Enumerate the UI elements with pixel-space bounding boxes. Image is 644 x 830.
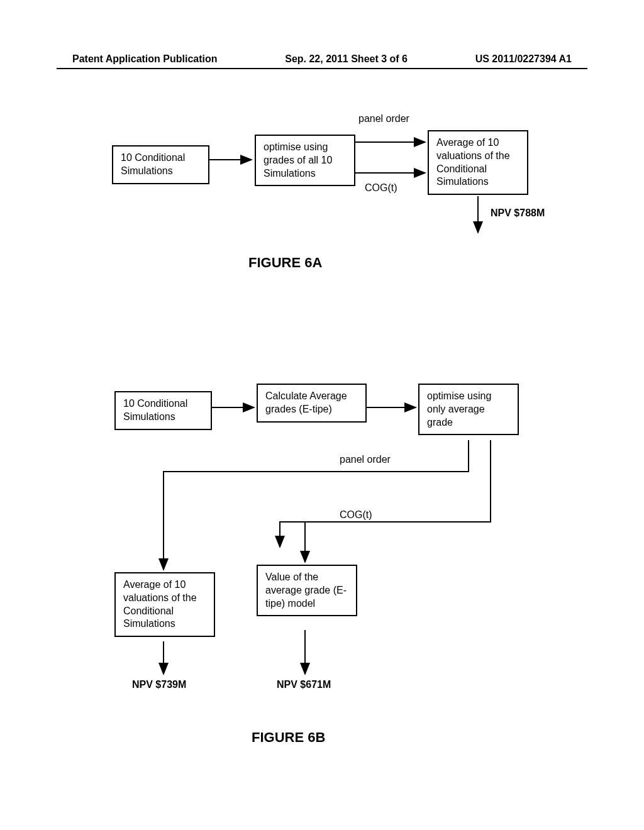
fig6a-label-npv: NPV $788M [491, 208, 545, 219]
fig6b-label-panel-order: panel order [340, 454, 391, 465]
fig6b-label-npv1: NPV $739M [132, 679, 186, 690]
fig6a-label-panel-order: panel order [358, 113, 409, 124]
header-center: Sep. 22, 2011 Sheet 3 of 6 [285, 53, 408, 65]
fig6b-title: FIGURE 6B [252, 729, 325, 746]
fig6b-label-npv2: NPV $671M [277, 679, 331, 690]
fig6a-box-average: Average of 10 valuations of the Conditio… [428, 130, 528, 195]
header-left: Patent Application Publication [72, 53, 218, 65]
fig6a-box-simulations: 10 Conditional Simulations [112, 145, 209, 184]
fig6b-box-avg-valuations: Average of 10 valuations of the Conditio… [114, 572, 215, 637]
fig6b-box-value-model: Value of the average grade (E-tipe) mode… [257, 565, 357, 616]
fig6b-box-simulations: 10 Conditional Simulations [114, 391, 212, 430]
fig6b-label-cog: COG(t) [340, 509, 372, 521]
fig6b-box-optimise-avg: optimise using only average grade [418, 384, 519, 435]
fig6a-box-optimise: optimise using grades of all 10 Simulati… [255, 135, 355, 186]
fig6a-label-cog: COG(t) [365, 182, 397, 194]
header-divider [57, 68, 587, 69]
fig6b-box-calculate: Calculate Average grades (E-tipe) [257, 384, 367, 423]
page-header: Patent Application Publication Sep. 22, … [0, 53, 644, 65]
header-right: US 2011/0227394 A1 [475, 53, 572, 65]
fig6a-title: FIGURE 6A [248, 255, 322, 271]
